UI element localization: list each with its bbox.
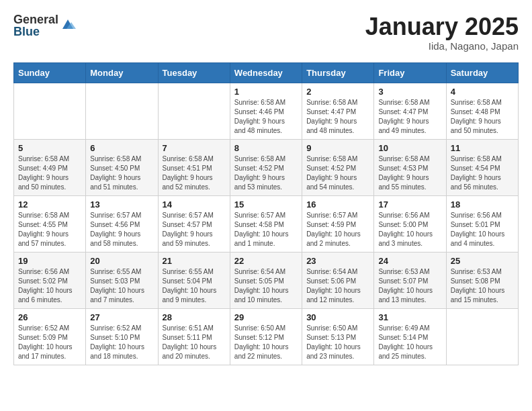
day-number: 28 bbox=[163, 312, 226, 322]
day-info: Sunrise: 6:51 AM Sunset: 5:11 PM Dayligh… bbox=[163, 324, 226, 361]
calendar-cell: 21Sunrise: 6:55 AM Sunset: 5:04 PM Dayli… bbox=[158, 252, 230, 308]
day-number: 26 bbox=[18, 312, 81, 322]
calendar-cell: 13Sunrise: 6:57 AM Sunset: 4:56 PM Dayli… bbox=[86, 195, 158, 252]
calendar-cell: 20Sunrise: 6:55 AM Sunset: 5:03 PM Dayli… bbox=[86, 252, 158, 308]
calendar-cell: 10Sunrise: 6:58 AM Sunset: 4:53 PM Dayli… bbox=[374, 139, 446, 195]
weekday-header-wednesday: Wednesday bbox=[230, 62, 302, 83]
weekday-header-sunday: Sunday bbox=[14, 62, 86, 83]
weekday-header-row: SundayMondayTuesdayWednesdayThursdayFrid… bbox=[14, 62, 519, 83]
calendar-cell: 8Sunrise: 6:58 AM Sunset: 4:52 PM Daylig… bbox=[230, 139, 302, 195]
day-number: 1 bbox=[234, 87, 298, 97]
calendar-cell: 12Sunrise: 6:58 AM Sunset: 4:55 PM Dayli… bbox=[14, 195, 86, 252]
day-number: 10 bbox=[378, 143, 441, 153]
calendar-cell: 2Sunrise: 6:58 AM Sunset: 4:47 PM Daylig… bbox=[302, 83, 374, 139]
calendar-cell: 25Sunrise: 6:53 AM Sunset: 5:08 PM Dayli… bbox=[446, 252, 518, 308]
day-info: Sunrise: 6:49 AM Sunset: 5:14 PM Dayligh… bbox=[378, 324, 441, 361]
calendar-cell: 1Sunrise: 6:58 AM Sunset: 4:46 PM Daylig… bbox=[230, 83, 302, 139]
day-number: 29 bbox=[234, 312, 298, 322]
day-number: 5 bbox=[18, 143, 81, 153]
calendar-week-row: 19Sunrise: 6:56 AM Sunset: 5:02 PM Dayli… bbox=[14, 252, 519, 308]
logo-blue-text: Blue bbox=[13, 26, 58, 38]
calendar-cell: 26Sunrise: 6:52 AM Sunset: 5:09 PM Dayli… bbox=[14, 308, 86, 365]
day-info: Sunrise: 6:54 AM Sunset: 5:06 PM Dayligh… bbox=[306, 267, 369, 305]
calendar-cell: 14Sunrise: 6:57 AM Sunset: 4:57 PM Dayli… bbox=[158, 195, 230, 252]
calendar-cell: 29Sunrise: 6:50 AM Sunset: 5:12 PM Dayli… bbox=[230, 308, 302, 365]
calendar-cell: 7Sunrise: 6:58 AM Sunset: 4:51 PM Daylig… bbox=[158, 139, 230, 195]
calendar-cell: 15Sunrise: 6:57 AM Sunset: 4:58 PM Dayli… bbox=[230, 195, 302, 252]
day-number: 9 bbox=[306, 143, 369, 153]
day-info: Sunrise: 6:55 AM Sunset: 5:03 PM Dayligh… bbox=[90, 267, 153, 305]
calendar-cell: 6Sunrise: 6:58 AM Sunset: 4:50 PM Daylig… bbox=[86, 139, 158, 195]
day-number: 27 bbox=[90, 312, 153, 322]
calendar-cell: 19Sunrise: 6:56 AM Sunset: 5:02 PM Dayli… bbox=[14, 252, 86, 308]
page-header: General Blue January 2025 Iida, Nagano, … bbox=[13, 13, 519, 52]
calendar-table: SundayMondayTuesdayWednesdayThursdayFrid… bbox=[13, 62, 519, 365]
calendar-cell: 24Sunrise: 6:53 AM Sunset: 5:07 PM Dayli… bbox=[374, 252, 446, 308]
day-number: 12 bbox=[18, 199, 81, 210]
weekday-header-monday: Monday bbox=[86, 62, 158, 83]
day-number: 21 bbox=[163, 256, 226, 266]
day-number: 22 bbox=[234, 256, 298, 266]
day-info: Sunrise: 6:55 AM Sunset: 5:04 PM Dayligh… bbox=[163, 267, 226, 305]
day-info: Sunrise: 6:58 AM Sunset: 4:47 PM Dayligh… bbox=[378, 98, 441, 136]
day-number: 11 bbox=[451, 143, 514, 153]
calendar-week-row: 1Sunrise: 6:58 AM Sunset: 4:46 PM Daylig… bbox=[14, 83, 519, 139]
day-info: Sunrise: 6:57 AM Sunset: 4:57 PM Dayligh… bbox=[163, 211, 226, 248]
calendar-cell: 27Sunrise: 6:52 AM Sunset: 5:10 PM Dayli… bbox=[86, 308, 158, 365]
day-number: 31 bbox=[378, 312, 441, 322]
day-number: 13 bbox=[90, 199, 153, 210]
day-number: 8 bbox=[234, 143, 298, 153]
calendar-week-row: 26Sunrise: 6:52 AM Sunset: 5:09 PM Dayli… bbox=[14, 308, 519, 365]
calendar-cell: 23Sunrise: 6:54 AM Sunset: 5:06 PM Dayli… bbox=[302, 252, 374, 308]
day-info: Sunrise: 6:58 AM Sunset: 4:55 PM Dayligh… bbox=[18, 211, 81, 248]
day-info: Sunrise: 6:58 AM Sunset: 4:49 PM Dayligh… bbox=[18, 154, 81, 192]
day-number: 18 bbox=[451, 199, 514, 210]
day-info: Sunrise: 6:56 AM Sunset: 5:00 PM Dayligh… bbox=[378, 211, 441, 248]
calendar-cell: 22Sunrise: 6:54 AM Sunset: 5:05 PM Dayli… bbox=[230, 252, 302, 308]
day-number: 15 bbox=[234, 199, 298, 210]
day-info: Sunrise: 6:53 AM Sunset: 5:08 PM Dayligh… bbox=[451, 267, 514, 305]
calendar-cell: 4Sunrise: 6:58 AM Sunset: 4:48 PM Daylig… bbox=[446, 83, 518, 139]
day-number: 16 bbox=[306, 199, 369, 210]
calendar-title: January 2025 bbox=[365, 13, 519, 40]
day-number: 6 bbox=[90, 143, 153, 153]
day-info: Sunrise: 6:58 AM Sunset: 4:51 PM Dayligh… bbox=[163, 154, 226, 192]
day-number: 2 bbox=[306, 87, 369, 97]
day-info: Sunrise: 6:50 AM Sunset: 5:12 PM Dayligh… bbox=[234, 324, 298, 361]
day-info: Sunrise: 6:53 AM Sunset: 5:07 PM Dayligh… bbox=[378, 267, 441, 305]
logo: General Blue bbox=[13, 13, 76, 38]
day-info: Sunrise: 6:58 AM Sunset: 4:52 PM Dayligh… bbox=[234, 154, 298, 192]
calendar-cell: 30Sunrise: 6:50 AM Sunset: 5:13 PM Dayli… bbox=[302, 308, 374, 365]
calendar-cell bbox=[158, 83, 230, 139]
calendar-cell: 17Sunrise: 6:56 AM Sunset: 5:00 PM Dayli… bbox=[374, 195, 446, 252]
day-info: Sunrise: 6:58 AM Sunset: 4:48 PM Dayligh… bbox=[451, 98, 514, 136]
day-info: Sunrise: 6:57 AM Sunset: 4:59 PM Dayligh… bbox=[306, 211, 369, 248]
calendar-cell: 28Sunrise: 6:51 AM Sunset: 5:11 PM Dayli… bbox=[158, 308, 230, 365]
logo-general-text: General bbox=[13, 13, 58, 26]
day-number: 30 bbox=[306, 312, 369, 322]
day-info: Sunrise: 6:58 AM Sunset: 4:52 PM Dayligh… bbox=[306, 154, 369, 192]
day-info: Sunrise: 6:56 AM Sunset: 5:02 PM Dayligh… bbox=[18, 267, 81, 305]
day-number: 3 bbox=[378, 87, 441, 97]
day-number: 17 bbox=[378, 199, 441, 210]
day-number: 25 bbox=[451, 256, 514, 266]
day-info: Sunrise: 6:54 AM Sunset: 5:05 PM Dayligh… bbox=[234, 267, 298, 305]
day-info: Sunrise: 6:57 AM Sunset: 4:58 PM Dayligh… bbox=[234, 211, 298, 248]
calendar-cell: 9Sunrise: 6:58 AM Sunset: 4:52 PM Daylig… bbox=[302, 139, 374, 195]
calendar-week-row: 5Sunrise: 6:58 AM Sunset: 4:49 PM Daylig… bbox=[14, 139, 519, 195]
logo-icon bbox=[60, 17, 76, 33]
day-info: Sunrise: 6:58 AM Sunset: 4:53 PM Dayligh… bbox=[378, 154, 441, 192]
weekday-header-saturday: Saturday bbox=[446, 62, 518, 83]
calendar-cell: 16Sunrise: 6:57 AM Sunset: 4:59 PM Dayli… bbox=[302, 195, 374, 252]
day-number: 23 bbox=[306, 256, 369, 266]
day-number: 19 bbox=[18, 256, 81, 266]
calendar-cell: 11Sunrise: 6:58 AM Sunset: 4:54 PM Dayli… bbox=[446, 139, 518, 195]
calendar-cell: 3Sunrise: 6:58 AM Sunset: 4:47 PM Daylig… bbox=[374, 83, 446, 139]
weekday-header-thursday: Thursday bbox=[302, 62, 374, 83]
day-number: 7 bbox=[163, 143, 226, 153]
day-info: Sunrise: 6:58 AM Sunset: 4:50 PM Dayligh… bbox=[90, 154, 153, 192]
day-info: Sunrise: 6:52 AM Sunset: 5:09 PM Dayligh… bbox=[18, 324, 81, 361]
calendar-week-row: 12Sunrise: 6:58 AM Sunset: 4:55 PM Dayli… bbox=[14, 195, 519, 252]
calendar-cell: 5Sunrise: 6:58 AM Sunset: 4:49 PM Daylig… bbox=[14, 139, 86, 195]
calendar-cell bbox=[86, 83, 158, 139]
